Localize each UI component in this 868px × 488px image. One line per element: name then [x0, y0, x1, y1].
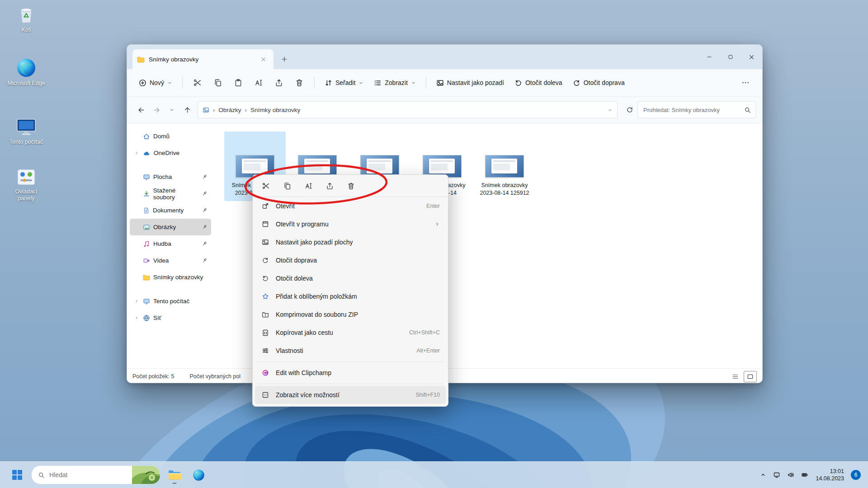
cut-button[interactable] [257, 178, 274, 194]
history-chevron-button[interactable] [164, 102, 179, 117]
new-button[interactable]: Nový [134, 76, 177, 90]
breadcrumb[interactable]: › Obrázky › Snímky obrazovky [198, 101, 618, 118]
share-button[interactable] [269, 75, 288, 91]
details-view-button[interactable] [729, 371, 741, 382]
menu-separator [257, 361, 443, 362]
sidebar-item-label: Síť [153, 314, 161, 321]
taskbar-search-input[interactable] [48, 471, 118, 479]
rename-button[interactable] [300, 178, 317, 194]
close-button[interactable] [741, 45, 762, 69]
copy-button[interactable] [208, 75, 227, 91]
sidebar-item-music[interactable]: Hudba [130, 235, 211, 252]
taskbar-clock[interactable]: 13:01 14.08.2023 [816, 468, 844, 483]
desktop-icon-edge[interactable]: Microsoft Edge [5, 58, 48, 87]
explorer-search-input[interactable] [642, 106, 741, 114]
menu-item-show-more-options[interactable]: Zobrazit více možností Shift+F10 [255, 386, 446, 404]
sidebar-item-screenshots[interactable]: Snímky obrazovky [130, 269, 211, 286]
menu-item-edit-with-clipchamp[interactable]: Edit with Clipchamp [255, 364, 446, 382]
file-tile-5[interactable]: Snímek obrazovky 2023-08-14 125912 [474, 131, 535, 201]
rotate-left-button[interactable]: Otočit doleva [510, 76, 567, 90]
sidebar-item-network[interactable]: Síť [130, 310, 211, 326]
set-background-label: Nastavit jako pozadí [447, 79, 504, 86]
maximize-button[interactable] [720, 45, 741, 69]
back-button[interactable] [133, 102, 149, 117]
volume-icon[interactable] [787, 471, 794, 479]
taskbar-search-box[interactable] [31, 465, 160, 484]
large-icons-view-button[interactable] [744, 371, 757, 382]
tray-chevron-up-icon[interactable] [760, 472, 766, 478]
breadcrumb-item-snimky-obrazovky[interactable]: Snímky obrazovky [250, 107, 300, 113]
set-background-button[interactable]: Nastavit jako pozadí [432, 76, 509, 90]
menu-item-open[interactable]: Otevřít Enter [255, 197, 446, 215]
toolbar-divider [182, 77, 183, 89]
sidebar-item-documents[interactable]: Dokumenty [130, 202, 211, 219]
desktop-icon-recycle-bin[interactable]: Koš [5, 5, 48, 33]
minimize-button[interactable] [698, 45, 720, 69]
sidebar-item-downloads[interactable]: Stažené soubory [130, 185, 211, 202]
pin-icon [202, 258, 208, 263]
explorer-search-box[interactable] [637, 101, 756, 118]
breadcrumb-item-obrazky[interactable]: Obrázky [218, 107, 241, 113]
menu-item-open-with[interactable]: Otevřít v programu [255, 215, 446, 233]
refresh-button[interactable] [622, 102, 637, 117]
view-button[interactable]: Zobrazit [369, 76, 420, 90]
menu-item-label: Edit with Clipchamp [276, 369, 434, 376]
see-more-button[interactable] [736, 75, 755, 91]
delete-button[interactable] [342, 178, 359, 194]
forward-button[interactable] [149, 102, 164, 117]
chevron-down-icon [411, 80, 416, 85]
menu-separator [257, 384, 443, 384]
network-tray-icon[interactable] [773, 471, 780, 479]
windows-logo-icon [12, 470, 22, 480]
selected-count: Počet vybraných pol [189, 373, 241, 380]
share-button[interactable] [321, 178, 338, 194]
menu-item-copy-as-path[interactable]: Kopírovat jako cestu Ctrl+Shift+C [255, 324, 446, 342]
desktop-icon-this-pc[interactable]: Tento počítač [5, 117, 48, 145]
rename-button[interactable] [249, 75, 268, 91]
menu-item-properties[interactable]: Vlastnosti Alt+Enter [255, 342, 446, 360]
new-button-label: Nový [150, 79, 164, 86]
search-promo-image[interactable] [132, 466, 160, 484]
notification-count-badge[interactable]: 6 [851, 470, 861, 480]
new-tab-button[interactable] [277, 52, 292, 66]
menu-item-rotate-left[interactable]: Otočit doleva [255, 269, 446, 287]
sidebar-item-home[interactable]: Domů [130, 128, 211, 145]
edge-icon [16, 58, 36, 78]
delete-button[interactable] [290, 75, 309, 91]
copy-button[interactable] [278, 178, 296, 194]
address-dropdown-chevron-icon[interactable] [608, 108, 613, 113]
sidebar-item-label: Obrázky [153, 224, 176, 230]
menu-item-set-as-desktop-background[interactable]: Nastavit jako pozadí plochy [255, 233, 446, 251]
network-icon [143, 314, 150, 322]
sidebar-item-onedrive[interactable]: OneDrive [130, 145, 211, 161]
desktop-icon-control-panel[interactable]: Ovládací panely [5, 168, 48, 202]
chevron-right-icon[interactable] [133, 299, 140, 304]
sidebar-item-label: Domů [153, 133, 170, 140]
taskbar-edge-button[interactable] [189, 465, 208, 485]
sidebar-item-desktop[interactable]: Plocha [130, 169, 211, 185]
context-menu: Otevřít Enter Otevřít v programu Nastavi… [252, 174, 448, 407]
cut-button[interactable] [188, 75, 207, 91]
rotate-right-button[interactable]: Otočit doprava [568, 76, 629, 90]
sidebar-item-videos[interactable]: Videa [130, 252, 211, 269]
menu-item-add-to-favorites[interactable]: Přidat k oblíbeným položkám [255, 287, 446, 305]
menu-item-compress-to-zip[interactable]: Komprimovat do souboru ZIP [255, 305, 446, 324]
context-menu-command-bar [253, 175, 448, 197]
pin-icon [202, 241, 208, 247]
edge-icon [193, 469, 205, 481]
tab-close-button[interactable] [257, 53, 269, 65]
titlebar[interactable]: Snímky obrazovky [127, 45, 762, 69]
chevron-right-icon[interactable] [133, 150, 140, 155]
taskbar-file-explorer-button[interactable] [165, 465, 184, 485]
start-button[interactable] [7, 465, 27, 485]
sidebar-item-this-pc[interactable]: Tento počítač [130, 293, 211, 310]
battery-icon[interactable] [801, 471, 809, 479]
tab-snimky-obrazovky[interactable]: Snímky obrazovky [132, 49, 274, 69]
desktop-icon-label: Tento počítač [9, 139, 43, 145]
paste-button[interactable] [229, 75, 248, 91]
up-button[interactable] [179, 102, 195, 117]
chevron-right-icon[interactable] [133, 315, 140, 320]
menu-item-rotate-right[interactable]: Otočit doprava [255, 251, 446, 269]
sidebar-item-pictures[interactable]: Obrázky [130, 219, 211, 235]
sort-button[interactable]: Seřadit [320, 76, 368, 90]
